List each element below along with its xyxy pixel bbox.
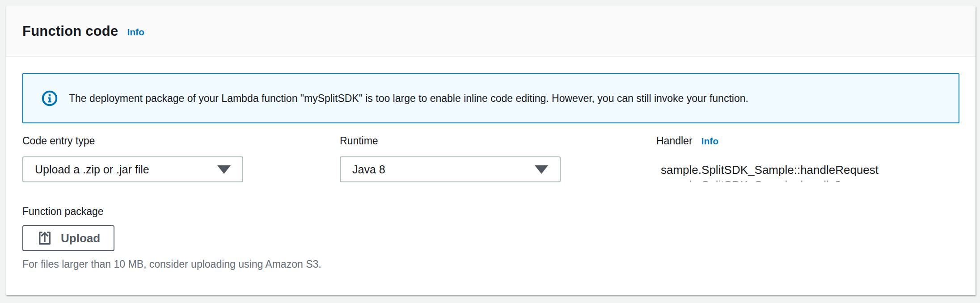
- function-package-section: Function package Upload For files larger…: [22, 205, 959, 270]
- upload-button-label: Upload: [61, 231, 100, 245]
- chevron-down-icon: [535, 165, 548, 174]
- upload-icon: [37, 230, 53, 246]
- info-circle-icon: [41, 90, 58, 107]
- deployment-package-info-alert: The deployment package of your Lambda fu…: [22, 73, 959, 123]
- handler-info-link[interactable]: Info: [701, 135, 718, 148]
- runtime-select[interactable]: Java 8: [340, 156, 561, 182]
- code-entry-type-label: Code entry type: [22, 134, 243, 147]
- runtime-label: Runtime: [340, 134, 561, 147]
- handler-clipped-line: sample.SplitSDK_Sample::handleRequest: [656, 178, 840, 182]
- upload-button[interactable]: Upload: [22, 225, 114, 251]
- page-title: Function code: [22, 23, 118, 39]
- code-entry-type-value: Upload a .zip or .jar file: [35, 163, 149, 176]
- handler-label: Handler: [656, 134, 693, 147]
- function-code-info-link[interactable]: Info: [127, 27, 144, 38]
- runtime-value: Java 8: [352, 163, 385, 176]
- panel-header: Function code Info: [6, 6, 976, 57]
- code-entry-type-field: Code entry type Upload a .zip or .jar fi…: [22, 134, 243, 182]
- code-entry-type-select[interactable]: Upload a .zip or .jar file: [22, 156, 243, 182]
- handler-field: Handler Info sample.SplitSDK_Sample::han…: [656, 134, 959, 182]
- panel-body: The deployment package of your Lambda fu…: [6, 57, 976, 270]
- function-package-label: Function package: [22, 205, 959, 218]
- code-settings-row: Code entry type Upload a .zip or .jar fi…: [22, 134, 959, 182]
- function-code-panel: Function code Info The deployment packag…: [6, 6, 976, 295]
- upload-helper-text: For files larger than 10 MB, consider up…: [22, 258, 959, 270]
- runtime-field: Runtime Java 8: [340, 134, 561, 182]
- alert-message: The deployment package of your Lambda fu…: [69, 92, 748, 105]
- chevron-down-icon: [217, 165, 231, 174]
- handler-label-row: Handler Info: [656, 134, 959, 148]
